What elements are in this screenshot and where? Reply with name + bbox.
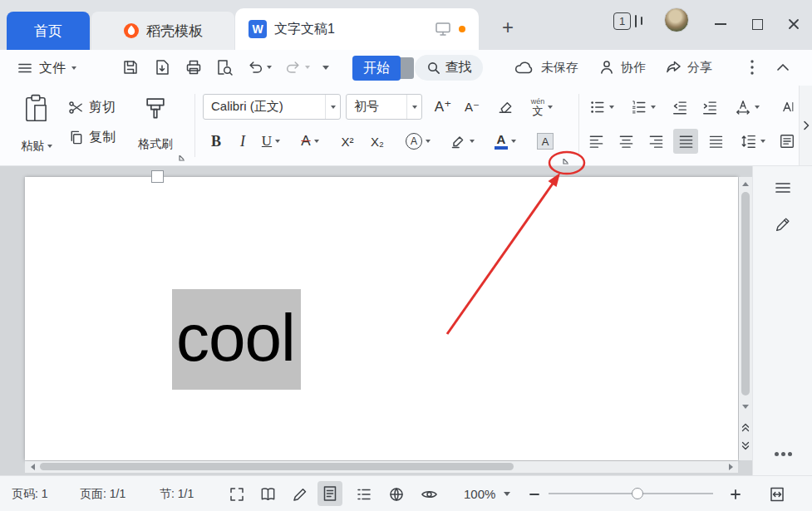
outline-view-button[interactable]	[353, 484, 375, 505]
highlight-caret	[470, 140, 475, 143]
clear-format-button[interactable]	[490, 94, 519, 120]
web-layout-button[interactable]	[386, 484, 407, 505]
sidebar-menu-button[interactable]	[771, 176, 795, 199]
superscript-button[interactable]: X²	[334, 129, 361, 154]
preview-eye-button[interactable]	[418, 484, 440, 505]
text-tool-button[interactable]	[776, 95, 798, 120]
font-size-dropdown[interactable]	[406, 95, 421, 119]
bullet-list-button[interactable]	[583, 95, 620, 120]
close-button[interactable]	[781, 13, 806, 35]
pinyin-guide-button[interactable]: wén 文	[524, 94, 560, 120]
previous-page-button[interactable]	[739, 420, 752, 435]
tab-docer[interactable]: 稻壳模板	[91, 12, 234, 50]
scroll-down-button[interactable]	[739, 400, 752, 413]
zoom-slider-handle[interactable]	[632, 488, 643, 499]
line-spacing-button[interactable]	[735, 129, 771, 154]
align-justify-button[interactable]	[673, 129, 698, 154]
zoom-caret[interactable]	[504, 492, 510, 496]
align-center-button[interactable]	[613, 129, 638, 154]
tab-document-label: 文字文稿1	[274, 21, 335, 38]
paragraph-layout-button[interactable]	[776, 129, 798, 154]
sidebar-more-button[interactable]	[768, 447, 798, 460]
maximize-button[interactable]	[745, 13, 770, 35]
numbered-list-button[interactable]	[625, 95, 662, 120]
strikethrough-button[interactable]: A	[294, 129, 326, 154]
print-preview-button[interactable]	[215, 58, 234, 76]
font-family-combobox[interactable]: Calibri (正文)	[203, 94, 341, 120]
document-area: cool	[0, 166, 752, 475]
toolbar-overflow-button[interactable]	[322, 66, 329, 70]
fit-page-button[interactable]	[766, 484, 788, 505]
zoom-out-button[interactable]	[524, 484, 545, 505]
zoom-value[interactable]: 100%	[464, 487, 495, 501]
undo-button[interactable]	[246, 58, 272, 76]
ribbon-tab-start[interactable]: 开始	[352, 56, 401, 81]
export-button[interactable]	[153, 58, 171, 76]
collaborate-button[interactable]: 协作	[598, 57, 646, 78]
status-page-count[interactable]: 页面: 1/1	[80, 487, 125, 502]
tab-home[interactable]: 首页	[7, 12, 90, 50]
print-button[interactable]	[185, 58, 203, 76]
bold-button[interactable]: B	[204, 129, 228, 154]
font-dialog-launcher[interactable]	[562, 157, 570, 165]
italic-button[interactable]: I	[233, 129, 253, 154]
decrease-indent-button[interactable]	[667, 95, 693, 120]
text-effects-button[interactable]: A	[401, 129, 436, 154]
zoom-in-button[interactable]	[725, 484, 746, 505]
fullscreen-button[interactable]	[226, 484, 248, 505]
print-layout-button[interactable]	[317, 481, 342, 506]
font-family-dropdown[interactable]	[325, 95, 340, 119]
clipboard-dialog-launcher[interactable]	[178, 154, 186, 162]
scroll-up-button[interactable]	[739, 177, 752, 190]
vertical-scroll-thumb[interactable]	[741, 192, 750, 396]
find-button[interactable]: 查找	[415, 55, 483, 81]
format-painter-button[interactable]: 格式刷	[130, 91, 181, 160]
selected-text-block[interactable]: cool	[172, 289, 301, 390]
ink-button[interactable]	[289, 484, 311, 505]
more-menu-button[interactable]	[743, 58, 761, 76]
highlight-button[interactable]	[445, 129, 479, 154]
save-button[interactable]	[121, 58, 140, 76]
window-manage-button[interactable]: 1	[613, 11, 642, 31]
document-page[interactable]: cool	[25, 177, 738, 460]
share-button[interactable]: 分享	[665, 57, 712, 78]
read-mode-button[interactable]	[257, 484, 278, 505]
bullet-list-icon	[589, 99, 606, 115]
increase-font-button[interactable]: A⁺	[429, 94, 457, 120]
redo-button[interactable]	[284, 58, 310, 76]
cut-button[interactable]: 剪切	[68, 99, 116, 116]
align-left-button[interactable]	[583, 129, 608, 154]
font-color-button[interactable]: A	[489, 129, 522, 154]
font-size-combobox[interactable]: 初号	[346, 94, 422, 120]
underline-button[interactable]: U	[256, 129, 286, 154]
align-right-button[interactable]	[643, 129, 668, 154]
align-distribute-button[interactable]	[703, 129, 728, 154]
ruler-indent-marker[interactable]	[151, 170, 164, 183]
next-page-button[interactable]	[739, 438, 752, 453]
zoom-slider-track[interactable]	[549, 493, 713, 494]
save-status[interactable]: 未保存	[514, 57, 578, 78]
char-spacing-button[interactable]	[728, 95, 766, 120]
main-menu-button[interactable]: 文件	[17, 57, 76, 80]
char-shading-button[interactable]: A	[532, 129, 559, 154]
vertical-scrollbar[interactable]	[739, 177, 752, 460]
subscript-button[interactable]: X₂	[364, 129, 391, 154]
copy-button[interactable]: 复制	[68, 129, 116, 146]
sidebar-pen-button[interactable]	[771, 213, 795, 236]
new-tab-button[interactable]: +	[495, 15, 520, 40]
tab-document[interactable]: W 文字文稿1	[235, 8, 479, 50]
scroll-right-button[interactable]	[725, 461, 736, 473]
window-badge-bar-1	[635, 15, 637, 27]
increase-indent-button[interactable]	[696, 95, 723, 120]
status-section[interactable]: 节: 1/1	[160, 487, 194, 502]
ribbon-scroll-strip[interactable]	[799, 86, 812, 165]
collapse-ribbon-button[interactable]	[773, 58, 793, 76]
horizontal-scrollbar[interactable]	[25, 461, 738, 473]
horizontal-scroll-thumb[interactable]	[40, 463, 514, 470]
paste-button[interactable]: 粘贴	[15, 91, 58, 160]
scroll-left-button[interactable]	[27, 461, 38, 473]
double-chevron-up-icon	[741, 423, 750, 432]
avatar[interactable]	[664, 7, 689, 32]
minimize-button[interactable]	[708, 13, 733, 35]
decrease-font-button[interactable]: A⁻	[459, 94, 485, 120]
